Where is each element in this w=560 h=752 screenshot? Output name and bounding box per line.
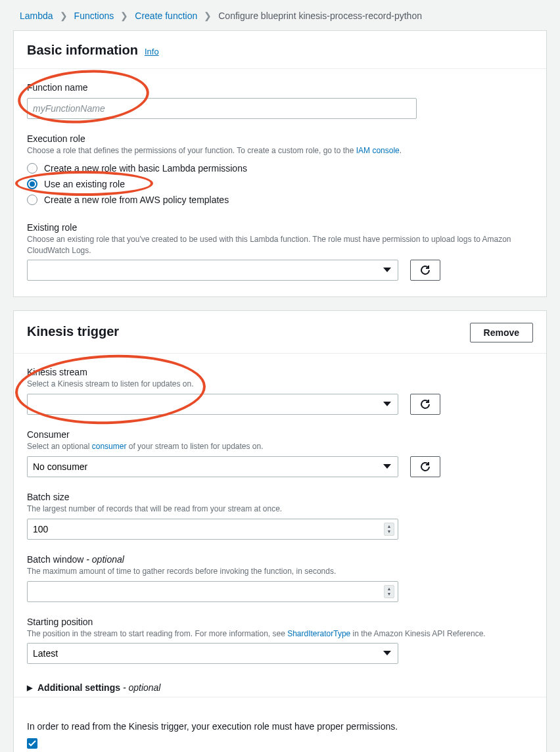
refresh-consumer-button[interactable] (410, 456, 440, 477)
panel-header: Basic information Info (14, 31, 546, 69)
radio-label: Create a new role from AWS policy templa… (44, 195, 229, 205)
batch-size-help: The largest number of records that will … (27, 504, 533, 515)
starting-position-field: Starting position The position in the st… (27, 617, 533, 665)
chevron-right-icon: ❯ (204, 11, 212, 21)
batch-window-label: Batch window - optional (27, 554, 533, 565)
consumer-help: Select an optional consumer of your stre… (27, 441, 533, 452)
execution-role-help: Choose a role that defines the permissio… (27, 145, 533, 156)
breadcrumb-lambda[interactable]: Lambda (20, 11, 53, 21)
batch-size-field: Batch size The largest number of records… (27, 492, 533, 540)
radio-create-from-templates[interactable]: Create a new role from AWS policy templa… (27, 192, 533, 208)
execution-role-field: Execution role Choose a role that define… (27, 133, 533, 208)
consumer-select[interactable]: No consumer (27, 456, 398, 477)
remove-trigger-button[interactable]: Remove (470, 323, 533, 342)
chevron-right-icon: ❯ (60, 11, 68, 21)
consumer-field: Consumer Select an optional consumer of … (27, 429, 533, 477)
iam-console-link[interactable]: IAM console (356, 146, 400, 155)
panel-title: Basic information (27, 43, 138, 58)
refresh-icon (420, 265, 431, 275)
chevron-right-icon: ❯ (120, 11, 128, 21)
panel-title: Kinesis trigger (27, 324, 119, 339)
refresh-existing-role-button[interactable] (410, 260, 440, 281)
stepper-icon[interactable]: ▲▼ (384, 585, 394, 598)
refresh-kinesis-stream-button[interactable] (410, 394, 440, 415)
consumer-link[interactable]: consumer (92, 442, 127, 451)
breadcrumb-create-function[interactable]: Create function (135, 11, 197, 21)
refresh-icon (420, 461, 431, 472)
function-name-field: Function name (27, 82, 533, 119)
starting-position-label: Starting position (27, 617, 533, 627)
radio-icon (27, 163, 37, 174)
panel-header: Kinesis trigger Remove (14, 311, 546, 354)
radio-label: Create a new role with basic Lambda perm… (44, 163, 247, 174)
sharditeratortype-link[interactable]: ShardIteratorType (287, 629, 350, 638)
function-name-label: Function name (27, 82, 533, 93)
consumer-label: Consumer (27, 429, 533, 440)
kinesis-stream-field: Kinesis stream Select a Kinesis stream t… (27, 367, 533, 415)
batch-size-label: Batch size (27, 492, 533, 502)
permissions-notice: In order to read from the Kinesis trigge… (27, 721, 533, 732)
existing-role-field: Existing role Choose an existing role th… (27, 222, 533, 281)
starting-position-select[interactable]: Latest (27, 643, 398, 664)
batch-window-help: The maximum amount of time to gather rec… (27, 566, 533, 577)
batch-size-input[interactable] (27, 519, 398, 540)
breadcrumb-current: Configure blueprint kinesis-process-reco… (218, 11, 422, 21)
batch-window-input[interactable] (27, 581, 398, 602)
radio-icon (27, 179, 37, 189)
starting-position-help: The position in the stream to start read… (27, 628, 533, 640)
permissions-checkbox[interactable] (27, 738, 37, 749)
breadcrumb-functions[interactable]: Functions (74, 11, 114, 21)
radio-use-existing-role[interactable]: Use an existing role (27, 176, 533, 192)
info-link[interactable]: Info (145, 47, 159, 57)
additional-settings-expander[interactable]: ▶ Additional settings - optional (27, 678, 533, 697)
radio-create-new-role[interactable]: Create a new role with basic Lambda perm… (27, 160, 533, 176)
function-name-input[interactable] (27, 98, 417, 119)
kinesis-trigger-panel: Kinesis trigger Remove Kinesis stream Se… (13, 310, 547, 752)
existing-role-help: Choose an existing role that you've crea… (27, 234, 533, 256)
breadcrumb: Lambda ❯ Functions ❯ Create function ❯ C… (0, 0, 560, 30)
batch-window-field: Batch window - optional The maximum amou… (27, 554, 533, 602)
basic-information-panel: Basic information Info Function name Exe… (13, 30, 547, 297)
execution-role-label: Execution role (27, 133, 533, 144)
stepper-icon[interactable]: ▲▼ (384, 523, 394, 536)
existing-role-label: Existing role (27, 222, 533, 233)
radio-icon (27, 195, 37, 205)
kinesis-stream-select[interactable] (27, 394, 398, 415)
radio-label: Use an existing role (44, 179, 125, 189)
kinesis-stream-label: Kinesis stream (27, 367, 533, 377)
check-icon (28, 740, 36, 747)
caret-right-icon: ▶ (27, 684, 32, 692)
refresh-icon (420, 399, 431, 410)
kinesis-stream-help: Select a Kinesis stream to listen for up… (27, 379, 533, 390)
existing-role-select[interactable] (27, 260, 398, 281)
